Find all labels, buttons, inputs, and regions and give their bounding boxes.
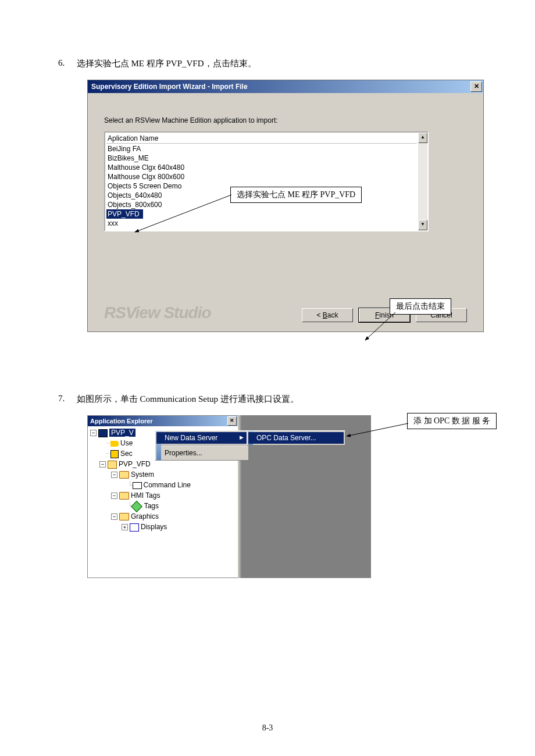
callout-opc: 添 加 OPC 数 据 服 务 [407,413,497,429]
explorer-area: Application Explorer ✕ −PVP_V ┈Use ┈Sec … [87,415,371,578]
scroll-up-icon[interactable]: ▲ [418,133,427,143]
dialog-label: Select an RSView Machine Edition applica… [104,116,467,124]
collapse-icon[interactable]: − [99,461,106,468]
tree-cmdline[interactable]: Command Line [144,481,191,489]
tree-app[interactable]: PVP_VFD [119,460,151,468]
menu-opc-data-server[interactable]: OPC Data Server... [248,432,344,444]
tree-security[interactable]: Sec [120,450,133,458]
panel-title[interactable]: Application Explorer ✕ [88,416,238,426]
dialog-titlebar[interactable]: Supervisory Edition Import Wizard - Impo… [88,80,483,93]
expand-icon[interactable]: + [122,524,128,530]
collapse-icon[interactable]: − [111,513,117,520]
close-icon[interactable]: ✕ [227,416,237,426]
menu-separator [157,445,247,446]
tree-system[interactable]: System [131,470,154,479]
menu-properties[interactable]: Properties... [156,447,247,459]
folder-icon [119,471,129,479]
collapse-icon[interactable]: − [90,430,97,436]
callout-select-app: 选择实验七点 ME 程序 PVP_VFD [230,187,362,203]
list-item[interactable]: Malthouse Clgx 640x480 [106,163,417,172]
page-number: 8-3 [0,723,535,733]
display-icon [130,523,139,532]
callout-finish: 最后点击结束 [390,298,451,315]
scrollbar[interactable]: ▲ ▼ [418,133,427,230]
key-icon [110,441,119,447]
list-item[interactable]: BeiJing FA [106,144,417,154]
collapse-icon[interactable]: − [111,472,117,478]
app-icon [98,429,108,437]
list-item[interactable]: xxx [106,219,417,228]
tree-tags[interactable]: Tags [144,502,159,510]
security-icon [110,450,119,458]
scroll-down-icon[interactable]: ▼ [418,220,427,230]
tree-hmitags[interactable]: HMI Tags [131,491,160,500]
brand-text: RSView Studio [104,304,211,322]
collapse-icon[interactable]: − [111,493,117,499]
application-list[interactable]: Aplication Name BeiJing FA BizBikes_ME M… [104,131,429,231]
context-menu: New Data Server ▶ Properties... [155,430,249,461]
folder-icon [119,513,129,520]
column-header: Aplication Name [106,134,417,144]
step-6-number: 6. [58,58,74,68]
folder-icon [119,492,129,500]
dialog-title: Supervisory Edition Import Wizard - Impo… [91,83,248,91]
submenu: OPC Data Server... [247,430,345,445]
submenu-arrow-icon: ▶ [240,434,244,440]
import-wizard-dialog: Supervisory Edition Import Wizard - Impo… [87,80,484,332]
list-item[interactable]: Malthouse Clgx 800x600 [106,172,417,181]
step-7-number: 7. [58,394,74,404]
menu-new-data-server[interactable]: New Data Server ▶ [156,432,247,444]
close-icon[interactable]: ✕ [470,81,482,92]
tree-displays[interactable]: Displays [141,523,167,531]
tree-graphics[interactable]: Graphics [131,512,159,520]
step-6: 6. 选择实验七点 ME 程序 PVP_VFD，点击结束。 [58,58,506,69]
step-6-text: 选择实验七点 ME 程序 PVP_VFD，点击结束。 [77,58,256,69]
step-7: 7. 如图所示，单击 Communication Setup 进行通讯接口设置。 [58,394,506,405]
tree-users[interactable]: Use [120,439,133,447]
app-folder-icon [108,461,117,469]
tree-root[interactable]: PVP_V [109,429,135,437]
list-item[interactable]: BizBikes_ME [106,154,417,163]
list-item-selected[interactable]: PVP_VFD [106,209,143,219]
command-line-icon [133,482,142,489]
back-button[interactable]: < BBackack [302,308,353,322]
step-7-text: 如图所示，单击 Communication Setup 进行通讯接口设置。 [77,394,299,405]
